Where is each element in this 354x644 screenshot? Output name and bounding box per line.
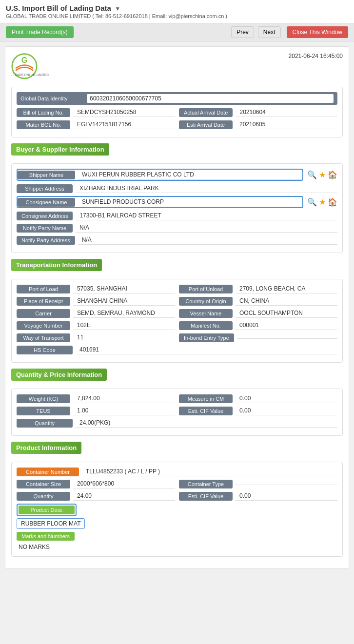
- marks-label-block: Marks and Numbers: [17, 532, 337, 541]
- esti-cif-label: Esti. CIF Value: [179, 407, 233, 415]
- timestamp: 2021-06-24 16:45:00: [289, 53, 343, 59]
- bol-value: SEMDCYSH21050258: [73, 108, 175, 117]
- nav-group: Prev Next Close This Window: [231, 26, 348, 38]
- port-load-label: Port of Load: [17, 285, 70, 293]
- notify-party-address-row: Notify Party Address N/A: [17, 235, 337, 245]
- dropdown-arrow[interactable]: ▼: [115, 5, 120, 12]
- home-icon[interactable]: 🏠: [328, 170, 337, 179]
- shipper-name-value: WUXI PERUN RUBBER PLASTIC CO LTD: [78, 170, 302, 180]
- port-load-value: 57035, SHANGHAI: [73, 284, 175, 293]
- consignee-name-label: Consignee Name: [18, 198, 75, 207]
- top-bar: U.S. Import Bill of Lading Data ▼ GLOBAL…: [0, 0, 354, 23]
- global-data-value: 6003202106050000677705: [87, 94, 334, 103]
- esti-cif-value: 0.00: [236, 406, 337, 415]
- product-esti-cif-label: Esti. CIF Value: [179, 492, 233, 501]
- hs-code-label: HS Code: [17, 346, 73, 354]
- buyer-supplier-title-bar: Buyer & Supplier Information: [11, 143, 343, 159]
- quantity-price-header: Quantity & Price Information: [11, 369, 107, 381]
- close-button[interactable]: Close This Window: [287, 26, 348, 38]
- product-quantity-col: Quantity 24.00: [17, 491, 175, 501]
- container-size-col: Container Size 2000*606*800: [17, 479, 175, 488]
- product-quantity-value: 24.00: [73, 491, 175, 501]
- esti-arrival-col: Esti Arrival Date 20210605: [179, 120, 337, 129]
- consignee-home-icon[interactable]: 🏠: [328, 197, 337, 207]
- master-bol-col: Mater BOL No. EGLV142151817156: [17, 120, 175, 129]
- teus-row: TEUS 1.00 Esti. CIF Value 0.00: [17, 406, 337, 415]
- notify-party-name-label: Notify Party Name: [17, 224, 73, 233]
- container-num-value: TLLU4852233 ( AC / L / PP ): [82, 467, 337, 476]
- esti-arrival-value: 20210605: [236, 120, 337, 129]
- weight-value: 7,824.00: [73, 394, 175, 403]
- carrier-label: Carrier: [17, 309, 70, 318]
- star-icon[interactable]: ★: [319, 170, 326, 179]
- place-receipt-label: Place of Receipt: [17, 297, 70, 306]
- shipper-icons: 🔍 ★ 🏠: [307, 170, 337, 179]
- teus-value: 1.00: [73, 406, 175, 415]
- weight-col: Weight (KG) 7,824.00: [17, 394, 175, 403]
- country-origin-label: Country of Origin: [179, 297, 233, 306]
- port-unload-value: 2709, LONG BEACH, CA: [236, 284, 337, 293]
- hs-code-row: HS Code 401691: [17, 345, 337, 354]
- shipper-name-label: Shipper Name: [18, 171, 75, 179]
- notify-party-name-row: Notify Party Name N/A: [17, 223, 337, 233]
- port-row: Port of Load 57035, SHANGHAI Port of Unl…: [17, 284, 337, 293]
- voyage-value: 102E: [73, 321, 175, 330]
- quantity-value: 24.00(PKG): [76, 418, 337, 428]
- way-transport-label: Way of Transport: [17, 333, 70, 342]
- vessel-value: OOCL SOUTHAMPTON: [236, 309, 337, 318]
- consignee-address-row: Consignee Address 17300-B1 RAILROAD STRE…: [17, 211, 337, 220]
- company-logo: G GLOBAL TRADE ONLINE LIMITED: [11, 53, 55, 82]
- next-button[interactable]: Next: [258, 26, 281, 38]
- transportation-title-bar: Transportation Information: [11, 259, 343, 275]
- measure-value: 0.00: [236, 394, 337, 403]
- master-bol-row: Mater BOL No. EGLV142151817156 Esti Arri…: [17, 120, 337, 129]
- master-bol-value: EGLV142151817156: [73, 120, 175, 129]
- product-desc-value: RUBBER FLOOR MAT: [21, 520, 80, 527]
- inbond-col: In-bond Entry Type: [179, 333, 337, 342]
- container-num-row: Container Number TLLU4852233 ( AC / L / …: [17, 467, 337, 476]
- inbond-label: In-bond Entry Type: [179, 333, 234, 342]
- esti-cif-col: Esti. CIF Value 0.00: [179, 406, 337, 415]
- prev-button[interactable]: Prev: [231, 26, 254, 38]
- carrier-col: Carrier SEMD, SEMRAU, RAYMOND: [17, 309, 175, 318]
- svg-text:GLOBAL TRADE ONLINE LIMITED: GLOBAL TRADE ONLINE LIMITED: [11, 73, 49, 77]
- notify-party-address-label: Notify Party Address: [17, 236, 75, 245]
- consignee-address-label: Consignee Address: [17, 212, 73, 220]
- consignee-star-icon[interactable]: ★: [319, 197, 326, 207]
- transport-row: Way of Transport 11 In-bond Entry Type: [17, 333, 337, 342]
- subtitle: GLOBAL TRADE ONLINE LIMITED ( Tel: 86-51…: [6, 13, 348, 19]
- container-num-label: Container Number: [17, 468, 79, 476]
- container-size-row: Container Size 2000*606*800 Container Ty…: [17, 479, 337, 488]
- marks-label: Marks and Numbers: [17, 532, 75, 541]
- shipper-address-row: Shipper Address XIZHANG INDUSTRIAL PARK: [17, 184, 337, 193]
- container-type-label: Container Type: [179, 480, 233, 488]
- esti-arrival-label: Esti Arrival Date: [179, 120, 233, 129]
- search-icon[interactable]: 🔍: [307, 170, 317, 179]
- carrier-row: Carrier SEMD, SEMRAU, RAYMOND Vessel Nam…: [17, 309, 337, 318]
- product-quantity-label: Quantity: [17, 492, 70, 501]
- quantity-price-title-bar: Quantity & Price Information: [11, 369, 343, 385]
- shipper-name-row: Shipper Name WUXI PERUN RUBBER PLASTIC C…: [17, 169, 337, 181]
- way-transport-value: 11: [73, 333, 175, 342]
- print-button[interactable]: Print Trade Record(s): [6, 26, 74, 38]
- vessel-col: Vessel Name OOCL SOUTHAMPTON: [179, 309, 337, 318]
- product-info-header: Product Information: [11, 442, 81, 454]
- notify-party-name-value: N/A: [76, 223, 337, 233]
- product-desc-value-box: RUBBER FLOOR MAT: [17, 518, 85, 529]
- bol-label: Bill of Lading No.: [17, 108, 70, 117]
- global-data-label: Global Data Identity: [20, 96, 84, 101]
- measure-col: Measure in CM 0.00: [179, 394, 337, 403]
- consignee-name-value: SUNFIELD PRODUCTS CORP: [78, 197, 302, 207]
- product-desc-block: Product Desc: [17, 504, 337, 516]
- consignee-name-row: Consignee Name SUNFIELD PRODUCTS CORP 🔍 …: [17, 196, 337, 208]
- master-bol-label: Mater BOL No.: [17, 120, 70, 129]
- logo-box: G GLOBAL TRADE ONLINE LIMITED: [11, 53, 55, 82]
- arrival-actual-col: Actual Arrival Date 20210604: [179, 108, 337, 117]
- container-type-col: Container Type: [179, 479, 337, 488]
- basic-info-section: Global Data Identity 6003202106050000677…: [11, 87, 343, 137]
- container-type-value: [236, 483, 337, 485]
- consignee-search-icon[interactable]: 🔍: [307, 197, 317, 207]
- manifest-label: Manifest No.: [179, 321, 233, 330]
- product-esti-cif-col: Esti. CIF Value 0.00: [179, 491, 337, 501]
- product-quantity-row: Quantity 24.00 Esti. CIF Value 0.00: [17, 491, 337, 501]
